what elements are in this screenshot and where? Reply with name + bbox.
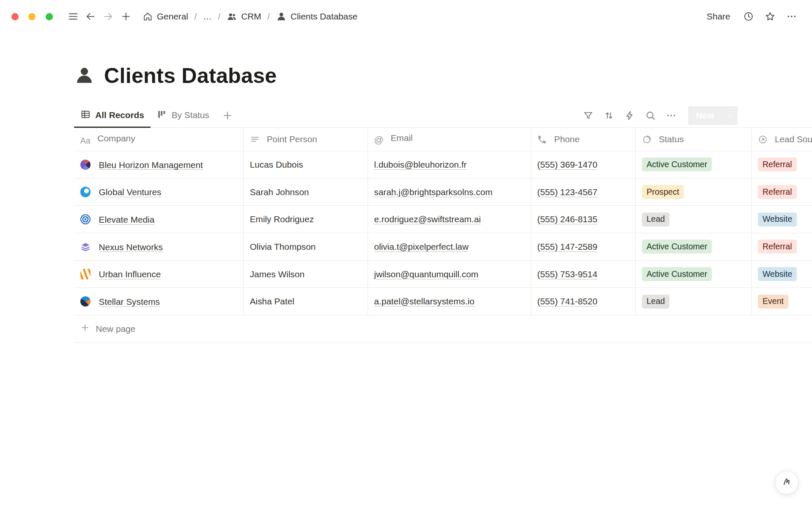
- company-logo-icon: [80, 242, 91, 252]
- column-header[interactable]: Point Person: [244, 128, 368, 151]
- home-icon: [143, 11, 153, 22]
- add-view-icon[interactable]: [219, 107, 236, 124]
- breadcrumb-item[interactable]: CRM: [223, 10, 265, 23]
- new-tab-icon[interactable]: [117, 8, 135, 25]
- company-cell[interactable]: Nexus Networks: [74, 233, 243, 261]
- table-row: Global Ventures Sarah Johnson sarah.j@br…: [74, 178, 812, 206]
- phone-cell[interactable]: (555) 123-4567: [531, 178, 635, 206]
- tab-all-records[interactable]: All Records: [74, 104, 150, 128]
- lead-source-cell[interactable]: Referral: [752, 178, 812, 206]
- new-record-button[interactable]: New: [688, 106, 721, 125]
- status-cell[interactable]: Active Customer: [635, 151, 751, 179]
- status-cell[interactable]: Lead: [635, 206, 751, 233]
- favorite-star-icon[interactable]: [761, 8, 779, 25]
- status-badge: Active Customer: [642, 157, 712, 171]
- share-button[interactable]: Share: [702, 9, 735, 24]
- point-person-cell[interactable]: Aisha Patel: [244, 288, 368, 315]
- lead-source-cell[interactable]: Event: [752, 288, 812, 315]
- breadcrumb-separator: /: [217, 11, 221, 22]
- company-cell[interactable]: Global Ventures: [74, 178, 243, 206]
- column-header[interactable]: @ Email: [368, 128, 531, 151]
- company-cell[interactable]: Urban Influence: [74, 260, 243, 288]
- filter-icon[interactable]: [581, 108, 596, 124]
- phone-cell[interactable]: (555) 147-2589: [531, 233, 635, 261]
- point-person-cell[interactable]: Olivia Thompson: [244, 233, 368, 261]
- breadcrumb-item[interactable]: Clients Database: [272, 10, 361, 23]
- table-header-row: Aa Company Point Person @ Email Phone St…: [74, 128, 812, 151]
- view-more-icon[interactable]: [664, 108, 679, 124]
- sort-icon[interactable]: [601, 108, 617, 124]
- company-cell[interactable]: Bleu Horizon Management: [74, 151, 243, 179]
- table-row: Bleu Horizon Management Lucas Dubois l.d…: [74, 151, 812, 179]
- company-cell[interactable]: Stellar Systems: [74, 288, 243, 315]
- column-header[interactable]: Lead Source: [752, 128, 812, 151]
- lead-source-badge: Referral: [758, 157, 797, 171]
- back-arrow-icon[interactable]: [82, 8, 99, 25]
- status-cell[interactable]: Active Customer: [635, 233, 751, 261]
- app-window: General/…/CRM/Clients Database Share Cli…: [0, 0, 812, 508]
- person-icon: [276, 11, 286, 22]
- breadcrumb-item[interactable]: General: [139, 10, 192, 23]
- point-person-cell[interactable]: Lucas Dubois: [244, 151, 368, 179]
- email-cell[interactable]: olivia.t@pixelperfect.law: [368, 233, 531, 261]
- table-row: Elevate Media Emily Rodriguez e.rodrigue…: [74, 206, 812, 233]
- email-cell[interactable]: a.patel@stellarsystems.io: [368, 288, 531, 315]
- status-cell[interactable]: Lead: [635, 288, 751, 315]
- status-cell[interactable]: Active Customer: [635, 260, 751, 288]
- column-header[interactable]: Aa Company: [74, 128, 243, 151]
- page-title[interactable]: Clients Database: [104, 64, 277, 88]
- point-person-cell[interactable]: Emily Rodriguez: [244, 206, 368, 233]
- ai-squiggle-icon: [780, 475, 793, 490]
- ai-assistant-button[interactable]: [775, 471, 798, 494]
- sidebar-menu-icon[interactable]: [64, 8, 82, 25]
- breadcrumb: General/…/CRM/Clients Database: [139, 10, 361, 23]
- records-table: Aa Company Point Person @ Email Phone St…: [74, 128, 812, 315]
- new-page-button[interactable]: New page: [74, 315, 812, 343]
- breadcrumb-item[interactable]: …: [199, 10, 215, 23]
- table-row: Nexus Networks Olivia Thompson olivia.t@…: [74, 233, 812, 261]
- zoom-button[interactable]: [46, 13, 53, 20]
- company-logo-icon: [80, 269, 91, 279]
- column-header[interactable]: Phone: [531, 128, 635, 151]
- lead-property-icon: [758, 135, 768, 144]
- phone-cell[interactable]: (555) 246-8135: [531, 206, 635, 233]
- status-cell[interactable]: Prospect: [635, 178, 751, 206]
- board-view-icon: [156, 109, 167, 121]
- email-cell[interactable]: l.dubois@bleuhorizon.fr: [368, 151, 531, 179]
- more-options-icon[interactable]: [783, 8, 801, 25]
- phone-cell[interactable]: (555) 741-8520: [531, 288, 635, 315]
- phone-cell[interactable]: (555) 753-9514: [531, 260, 635, 288]
- company-logo-icon: [80, 214, 91, 224]
- minimize-button[interactable]: [28, 13, 36, 20]
- automation-bolt-icon[interactable]: [622, 108, 638, 124]
- tab-by-status[interactable]: By Status: [151, 104, 216, 128]
- lead-source-cell[interactable]: Referral: [752, 233, 812, 261]
- column-header[interactable]: Status: [635, 128, 751, 151]
- status-property-icon: [642, 135, 652, 144]
- status-badge: Lead: [642, 295, 670, 309]
- forward-arrow-icon[interactable]: [99, 8, 117, 25]
- email-cell[interactable]: jwilson@quantumquill.com: [368, 260, 531, 288]
- phone-cell[interactable]: (555) 369-1470: [531, 151, 635, 179]
- lead-source-cell[interactable]: Website: [752, 206, 812, 233]
- status-badge: Prospect: [642, 185, 684, 199]
- close-button[interactable]: [11, 13, 19, 20]
- plus-icon: [80, 323, 90, 334]
- topbar: General/…/CRM/Clients Database Share: [0, 0, 812, 33]
- history-clock-icon[interactable]: [740, 8, 757, 25]
- lead-source-badge: Event: [758, 295, 788, 309]
- table-view-icon: [80, 109, 91, 121]
- email-cell[interactable]: sarah.j@brightsparksolns.com: [368, 178, 531, 206]
- point-person-cell[interactable]: Sarah Johnson: [244, 178, 368, 206]
- email-cell[interactable]: e.rodriguez@swiftstream.ai: [368, 206, 531, 233]
- lead-source-badge: Referral: [758, 185, 797, 199]
- lead-source-cell[interactable]: Website: [752, 260, 812, 288]
- status-badge: Lead: [642, 213, 670, 226]
- search-icon[interactable]: [643, 108, 658, 124]
- company-cell[interactable]: Elevate Media: [74, 206, 243, 233]
- text-property-icon: [250, 135, 260, 144]
- lead-source-badge: Website: [758, 267, 797, 281]
- new-dropdown-chevron-icon[interactable]: [722, 106, 738, 125]
- lead-source-cell[interactable]: Referral: [752, 151, 812, 179]
- point-person-cell[interactable]: James Wilson: [244, 260, 368, 288]
